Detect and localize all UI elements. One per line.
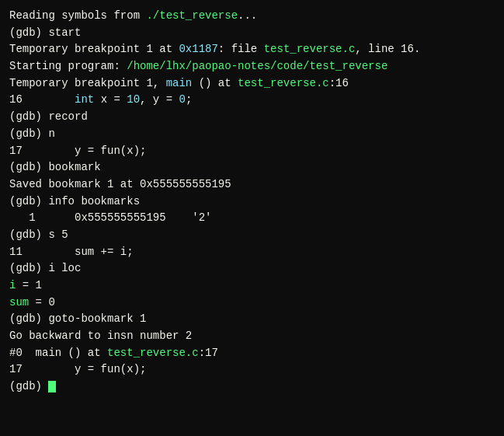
terminal-text: 1 0x555555555195 '2' [9, 211, 211, 224]
terminal-text: (gdb) [9, 380, 48, 392]
terminal-line: Starting program: /home/lhx/paopao-notes… [9, 58, 495, 75]
terminal-line: Go backward to insn number 2 [9, 328, 495, 345]
terminal-text: 0 [179, 93, 185, 106]
terminal-text: #0 main () at [9, 347, 107, 359]
terminal-text: Saved bookmark 1 at 0x555555555195 [9, 178, 231, 190]
terminal-text: ; [186, 93, 192, 106]
terminal-text: y = fun(x); [75, 363, 146, 375]
terminal-text: Temporary breakpoint 1 at [9, 43, 179, 55]
terminal-text: (gdb) bookmark [9, 161, 101, 173]
terminal-text: = 0 [29, 296, 55, 309]
terminal-text: test_reverse.c [238, 77, 329, 89]
terminal-text: , line 16. [355, 43, 420, 55]
terminal-text: ./test_reverse [146, 9, 238, 22]
terminal-line: 16 int x = 10, y = 0; [9, 92, 495, 109]
terminal-line: (gdb) [9, 378, 495, 396]
terminal-line: (gdb) n [9, 126, 495, 143]
terminal-line: (gdb) s 5 [9, 227, 495, 244]
terminal-text: test_reverse.c [107, 347, 199, 359]
terminal-text: (gdb) s 5 [9, 228, 68, 241]
terminal-text: test_reverse.c [264, 43, 356, 55]
terminal-text: Go backward to insn number 2 [9, 330, 192, 342]
terminal-text: Starting program: [9, 60, 127, 72]
terminal-line: sum = 0 [9, 295, 495, 312]
terminal-line: (gdb) i loc [9, 260, 495, 277]
terminal-text: (gdb) i loc [9, 262, 81, 274]
terminal-line: (gdb) bookmark [9, 159, 495, 176]
terminal-text: 10 [127, 93, 140, 106]
terminal-text: : file [218, 43, 264, 55]
terminal-line: 17 y = fun(x); [9, 143, 495, 160]
terminal-line: i = 1 [9, 277, 495, 295]
terminal-text: :17 [199, 347, 218, 359]
terminal-text: () at [192, 77, 238, 89]
terminal-line: Reading symbols from ./test_reverse... [9, 8, 495, 25]
terminal-text: main [166, 77, 193, 89]
terminal-text: , y = [140, 93, 179, 106]
terminal-text: (gdb) info bookmarks [9, 195, 140, 208]
terminal-text: int [75, 93, 94, 106]
terminal-line: (gdb) info bookmarks [9, 194, 495, 211]
terminal-text: (gdb) start [9, 26, 81, 39]
terminal-line: 1 0x555555555195 '2' [9, 210, 495, 227]
terminal-text: 16 [9, 93, 75, 106]
terminal-line: Temporary breakpoint 1, main () at test_… [9, 75, 495, 92]
terminal-text: /home/lhx/paopao-notes/code/test_reverse [127, 60, 388, 72]
terminal-cursor [48, 381, 56, 392]
terminal-text: 17 [9, 145, 75, 157]
terminal-text: Reading symbols from [9, 9, 146, 22]
terminal-line: (gdb) start [9, 25, 495, 42]
terminal-text: :16 [329, 77, 349, 89]
terminal-line: #0 main () at test_reverse.c:17 [9, 345, 495, 362]
terminal: Reading symbols from ./test_reverse...(g… [9, 8, 495, 396]
terminal-text: sum [9, 296, 29, 309]
terminal-line: Saved bookmark 1 at 0x555555555195 [9, 176, 495, 194]
terminal-text: ... [238, 9, 257, 22]
terminal-line: (gdb) goto-bookmark 1 [9, 311, 495, 328]
terminal-line: 17 y = fun(x); [9, 361, 495, 378]
terminal-text: sum += i; [75, 246, 134, 258]
terminal-text: 11 [9, 246, 75, 258]
terminal-text: (gdb) n [9, 127, 55, 140]
terminal-text: Temporary breakpoint 1, [9, 77, 166, 89]
terminal-text: y = fun(x); [75, 145, 146, 157]
terminal-text: (gdb) record [9, 110, 88, 123]
terminal-line: (gdb) record [9, 109, 495, 126]
terminal-text: 0x1187 [179, 43, 217, 55]
terminal-text: x = [94, 93, 127, 106]
terminal-text: (gdb) goto-bookmark 1 [9, 312, 146, 325]
terminal-text: = 1 [16, 279, 42, 291]
terminal-line: Temporary breakpoint 1 at 0x1187: file t… [9, 41, 495, 58]
terminal-line: 11 sum += i; [9, 244, 495, 261]
terminal-text: 17 [9, 363, 75, 375]
